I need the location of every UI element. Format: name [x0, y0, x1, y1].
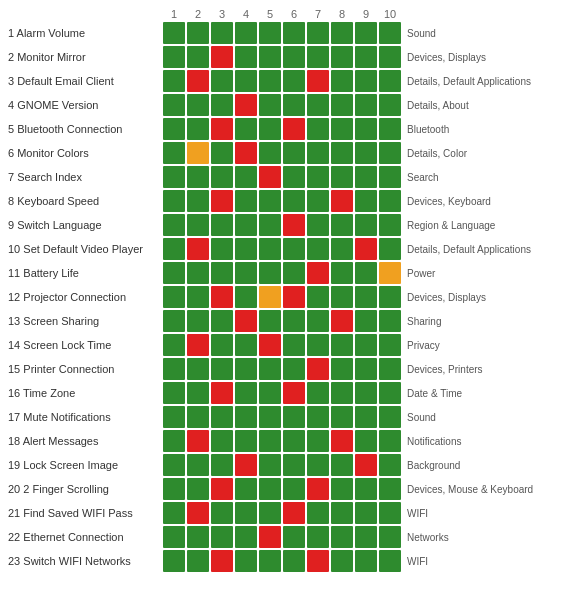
row-tag: Devices, Displays	[407, 292, 486, 303]
cell-4	[235, 94, 257, 116]
cell-10	[379, 190, 401, 212]
cell-5	[259, 358, 281, 380]
cell-3	[211, 478, 233, 500]
cell-8	[331, 166, 353, 188]
row-tag: Bluetooth	[407, 124, 449, 135]
cell-2	[187, 502, 209, 524]
cells-group	[163, 190, 401, 212]
cell-1	[163, 526, 185, 548]
cell-6	[283, 454, 305, 476]
row-label: 18 Alert Messages	[8, 435, 163, 447]
cell-3	[211, 382, 233, 404]
col-header-7: 7	[307, 8, 329, 20]
col-header-3: 3	[211, 8, 233, 20]
cell-10	[379, 406, 401, 428]
cell-8	[331, 94, 353, 116]
cell-4	[235, 214, 257, 236]
cell-6	[283, 550, 305, 572]
cell-4	[235, 22, 257, 44]
cell-8	[331, 334, 353, 356]
cell-6	[283, 334, 305, 356]
cell-2	[187, 118, 209, 140]
cell-5	[259, 46, 281, 68]
main-grid: 12345678910 1 Alarm VolumeSound2 Monitor…	[8, 8, 573, 574]
cell-5	[259, 142, 281, 164]
cell-3	[211, 94, 233, 116]
cell-10	[379, 238, 401, 260]
cell-1	[163, 70, 185, 92]
cell-8	[331, 118, 353, 140]
cell-3	[211, 142, 233, 164]
cell-4	[235, 238, 257, 260]
cell-2	[187, 142, 209, 164]
table-row: 5 Bluetooth ConnectionBluetooth	[8, 118, 573, 140]
cell-6	[283, 190, 305, 212]
cell-5	[259, 550, 281, 572]
cell-1	[163, 406, 185, 428]
row-label: 22 Ethernet Connection	[8, 531, 163, 543]
row-label: 17 Mute Notifications	[8, 411, 163, 423]
cell-6	[283, 430, 305, 452]
row-tag: Date & Time	[407, 388, 462, 399]
cell-10	[379, 526, 401, 548]
cell-7	[307, 430, 329, 452]
cell-7	[307, 454, 329, 476]
cell-7	[307, 550, 329, 572]
cell-9	[355, 478, 377, 500]
cell-8	[331, 22, 353, 44]
cell-2	[187, 526, 209, 548]
cell-6	[283, 166, 305, 188]
cell-9	[355, 238, 377, 260]
cell-2	[187, 46, 209, 68]
cell-3	[211, 430, 233, 452]
cell-8	[331, 550, 353, 572]
cell-9	[355, 502, 377, 524]
cell-1	[163, 190, 185, 212]
cell-5	[259, 190, 281, 212]
row-tag: Sound	[407, 412, 436, 423]
cell-5	[259, 334, 281, 356]
cell-7	[307, 526, 329, 548]
cell-10	[379, 118, 401, 140]
cell-4	[235, 454, 257, 476]
cell-4	[235, 334, 257, 356]
cell-2	[187, 310, 209, 332]
row-label: 11 Battery Life	[8, 267, 163, 279]
cell-3	[211, 358, 233, 380]
cell-4	[235, 430, 257, 452]
cell-3	[211, 262, 233, 284]
cell-7	[307, 502, 329, 524]
cell-9	[355, 166, 377, 188]
cell-10	[379, 262, 401, 284]
cell-10	[379, 286, 401, 308]
table-row: 11 Battery LifePower	[8, 262, 573, 284]
cell-8	[331, 382, 353, 404]
cell-7	[307, 262, 329, 284]
table-row: 19 Lock Screen ImageBackground	[8, 454, 573, 476]
cells-group	[163, 334, 401, 356]
cell-8	[331, 478, 353, 500]
cell-8	[331, 142, 353, 164]
row-label: 19 Lock Screen Image	[8, 459, 163, 471]
col-header-6: 6	[283, 8, 305, 20]
cell-1	[163, 118, 185, 140]
cell-3	[211, 406, 233, 428]
cell-4	[235, 262, 257, 284]
cell-3	[211, 166, 233, 188]
header-row: 12345678910	[8, 8, 573, 20]
cell-9	[355, 214, 377, 236]
cell-1	[163, 94, 185, 116]
row-label: 13 Screen Sharing	[8, 315, 163, 327]
cell-2	[187, 286, 209, 308]
cells-group	[163, 262, 401, 284]
cell-9	[355, 430, 377, 452]
cell-4	[235, 382, 257, 404]
cell-2	[187, 166, 209, 188]
cell-5	[259, 454, 281, 476]
cell-10	[379, 502, 401, 524]
cell-3	[211, 334, 233, 356]
cell-6	[283, 502, 305, 524]
table-row: 12 Projector ConnectionDevices, Displays	[8, 286, 573, 308]
cell-9	[355, 334, 377, 356]
cell-3	[211, 502, 233, 524]
